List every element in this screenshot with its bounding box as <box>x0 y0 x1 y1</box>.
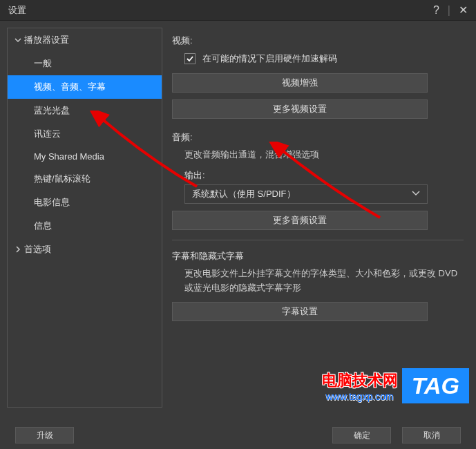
upgrade-button[interactable]: 升级 <box>15 427 74 443</box>
sidebar-item-hotkeys[interactable]: 热键/鼠标滚轮 <box>8 167 162 191</box>
output-label: 输出: <box>184 169 464 182</box>
subtitle-heading: 字幕和隐藏式字幕 <box>172 250 464 262</box>
sidebar-item-info[interactable]: 信息 <box>8 214 162 238</box>
window-title: 设置 <box>8 4 26 17</box>
sidebar-item-label: 电影信息 <box>34 197 70 207</box>
sidebar-item-label: 一般 <box>34 58 52 68</box>
chevron-down-icon <box>412 190 420 198</box>
sidebar-item-label: My Shared Media <box>34 151 104 162</box>
sidebar-item-label: 讯连云 <box>34 128 61 139</box>
content-panel: 视频: 在可能的情况下启用硬件加速解码 视频增强 更多视频设置 音频: 更改音频… <box>169 28 469 408</box>
watermark-line2: www.tagxp.com <box>322 391 398 402</box>
divider: | <box>448 4 450 17</box>
video-heading: 视频: <box>172 35 464 47</box>
sidebar-item-label: 视频、音频、字幕 <box>34 82 106 92</box>
sidebar-item-bluray[interactable]: 蓝光光盘 <box>8 99 162 122</box>
sidebar-group-player[interactable]: 播放器设置 <box>8 28 162 52</box>
subtitle-settings-button[interactable]: 字幕设置 <box>172 302 428 321</box>
subtitle-desc: 更改电影文件上外挂字幕文件的字体类型、大小和色彩，或更改 DVD 或蓝光电影的隐… <box>184 267 464 296</box>
close-icon[interactable]: ✕ <box>459 3 468 17</box>
titlebar-controls: ? | ✕ <box>433 3 468 17</box>
sidebar-item-my-shared-media[interactable]: My Shared Media <box>8 146 162 167</box>
chevron-right-icon <box>15 245 24 255</box>
help-icon[interactable]: ? <box>433 4 439 17</box>
watermark-tag: TAG <box>402 368 469 403</box>
sidebar-item-general[interactable]: 一般 <box>8 52 162 75</box>
output-select[interactable]: 系统默认（使用 S/PDIF） <box>184 184 428 204</box>
output-select-value: 系统默认（使用 S/PDIF） <box>192 188 296 200</box>
hw-accel-row: 在可能的情况下启用硬件加速解码 <box>184 52 464 65</box>
divider <box>172 240 464 240</box>
sidebar-item-movie-info[interactable]: 电影信息 <box>8 191 162 214</box>
watermark-text: 电脑技术网 www.tagxp.com <box>322 370 398 402</box>
watermark: 电脑技术网 www.tagxp.com TAG <box>322 368 469 403</box>
audio-heading: 音频: <box>172 131 464 144</box>
video-enhance-button[interactable]: 视频增强 <box>172 73 428 93</box>
sidebar-group-label: 首选项 <box>24 243 51 256</box>
ok-button[interactable]: 确定 <box>332 427 391 443</box>
sidebar-item-label: 信息 <box>34 220 52 231</box>
sidebar-item-cyberlink-cloud[interactable]: 讯连云 <box>8 122 162 146</box>
chevron-down-icon <box>15 35 24 46</box>
titlebar: 设置 ? | ✕ <box>0 0 476 21</box>
sidebar-item-label: 热键/鼠标滚轮 <box>34 173 91 184</box>
sidebar-item-video-audio-subtitle[interactable]: 视频、音频、字幕 <box>8 75 162 99</box>
more-audio-settings-button[interactable]: 更多音频设置 <box>172 211 428 230</box>
watermark-line1: 电脑技术网 <box>322 370 398 391</box>
body-area: 播放器设置 一般 视频、音频、字幕 蓝光光盘 讯连云 My Shared Med… <box>0 21 476 414</box>
more-video-settings-button[interactable]: 更多视频设置 <box>172 99 428 119</box>
hw-accel-checkbox[interactable] <box>184 53 196 64</box>
audio-desc: 更改音频输出通道，混合增强选项 <box>184 148 464 162</box>
sidebar-group-preferences[interactable]: 首选项 <box>8 238 162 261</box>
sidebar-group-label: 播放器设置 <box>24 34 69 46</box>
sidebar: 播放器设置 一般 视频、音频、字幕 蓝光光盘 讯连云 My Shared Med… <box>7 28 162 408</box>
cancel-button[interactable]: 取消 <box>402 427 461 443</box>
footer: 升级 确定 取消 <box>0 427 476 443</box>
sidebar-item-label: 蓝光光盘 <box>34 105 70 115</box>
hw-accel-label: 在可能的情况下启用硬件加速解码 <box>202 52 337 65</box>
